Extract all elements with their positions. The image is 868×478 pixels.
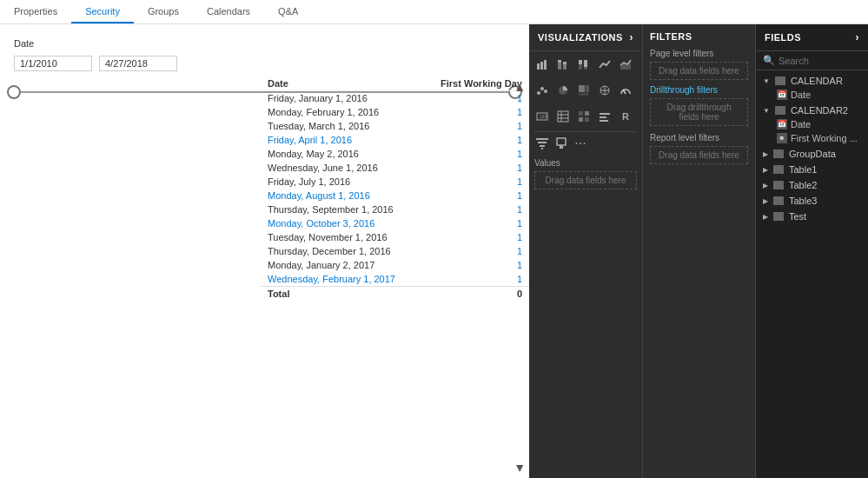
- viz-icon-dots[interactable]: ···: [573, 136, 588, 151]
- viz-icon-matrix[interactable]: [576, 109, 592, 124]
- chevron-icon: ▶: [763, 166, 768, 174]
- table-cell-date: Friday, April 1, 2016: [261, 133, 421, 147]
- field-group-header-test[interactable]: ▶Test: [756, 209, 868, 223]
- field-item-label: First Working ...: [791, 133, 858, 143]
- slider-thumb-left[interactable]: [7, 85, 21, 99]
- viz-icon-table[interactable]: [555, 109, 571, 124]
- table-cell-date: Tuesday, November 1, 2016: [261, 230, 421, 244]
- table-cell-value: 1: [421, 244, 529, 258]
- field-group-header-calendar[interactable]: ▼CALENDAR: [756, 74, 868, 88]
- table-cell-value: 1: [421, 189, 529, 202]
- table-row-total: Total0: [261, 287, 529, 302]
- viz-icon-slicer[interactable]: [597, 109, 613, 124]
- field-item-date[interactable]: 📅Date: [756, 117, 868, 131]
- calendar-icon: 📅: [777, 90, 787, 100]
- field-group-table2: ▶Table2: [756, 178, 868, 192]
- viz-icon-brush[interactable]: [553, 136, 569, 151]
- field-group-header-table2[interactable]: ▶Table2: [756, 178, 868, 192]
- viz-icon-scatter[interactable]: [534, 83, 550, 98]
- viz-icon-map[interactable]: [597, 83, 613, 98]
- viz-icon-pie[interactable]: [555, 83, 571, 98]
- viz-icon-stacked-bar[interactable]: [555, 56, 571, 72]
- table-cell-date: Monday, August 1, 2016: [261, 189, 421, 202]
- report-level-drop-zone[interactable]: Drag data fields here: [650, 146, 748, 164]
- viz-expand-icon[interactable]: ›: [630, 31, 634, 43]
- table-cell-date: Tuesday, March 1, 2016: [261, 119, 421, 133]
- scroll-up-arrow[interactable]: ▲: [514, 80, 526, 94]
- viz-icon-bar[interactable]: [534, 56, 550, 72]
- tab-groups[interactable]: Groups: [134, 0, 193, 23]
- table-row: Tuesday, March 1, 20161: [261, 119, 529, 133]
- svg-point-13: [540, 87, 544, 90]
- field-group-header-table1[interactable]: ▶Table1: [756, 163, 868, 176]
- fields-search-bar: 🔍: [756, 51, 868, 70]
- fields-header: FIELDS ›: [756, 24, 868, 51]
- svg-rect-6: [563, 62, 567, 64]
- table-cell-value: 1: [421, 147, 529, 161]
- search-input[interactable]: [779, 56, 861, 66]
- chevron-icon: ▶: [763, 182, 768, 189]
- svg-rect-3: [558, 63, 561, 70]
- svg-rect-4: [558, 60, 561, 63]
- svg-rect-10: [584, 60, 587, 67]
- viz-icon-gauge[interactable]: [618, 83, 633, 98]
- filters-panel: FILTERS Page level filters Drag data fie…: [642, 24, 755, 478]
- tab-properties[interactable]: Properties: [0, 0, 71, 23]
- viz-title: VISUALIZATIONS: [538, 32, 623, 43]
- date-end-input[interactable]: [99, 56, 177, 71]
- field-item-label: Date: [791, 90, 811, 100]
- svg-rect-16: [579, 85, 585, 92]
- table-row: Wednesday, June 1, 20161: [261, 161, 529, 175]
- left-panel: Date ▲ Date First Working Day: [0, 24, 529, 478]
- field-item-date[interactable]: 📅Date: [756, 88, 868, 102]
- table-cell-date: Friday, July 1, 2016: [261, 175, 421, 189]
- field-group-name: CALENDAR2: [791, 105, 848, 116]
- table-row: Monday, January 2, 20171: [261, 258, 529, 272]
- field-item-label: Date: [791, 119, 811, 129]
- field-item-first-working-...[interactable]: ■First Working ...: [756, 131, 868, 145]
- drillthrough-drop-zone[interactable]: Drag drillthrough fields here: [650, 98, 748, 126]
- field-group-header-groupdata[interactable]: ▶GroupData: [756, 147, 868, 161]
- data-table-container: ▲ Date First Working Day Friday, January…: [261, 76, 529, 478]
- field-group-name: GroupData: [789, 149, 836, 159]
- tab-security[interactable]: Security: [71, 0, 134, 23]
- fields-expand-icon[interactable]: ›: [856, 31, 860, 43]
- chevron-icon: ▶: [763, 150, 768, 158]
- table-cell-date: Monday, October 3, 2016: [261, 216, 421, 230]
- field-group-name: Table3: [789, 196, 817, 206]
- field-group-header-calendar2[interactable]: ▼CALENDAR2: [756, 103, 868, 117]
- viz-icons-row1: [529, 51, 642, 77]
- scroll-down-arrow[interactable]: ▼: [514, 461, 526, 475]
- table-cell-date: Monday, February 1, 2016: [261, 105, 421, 119]
- svg-rect-29: [579, 111, 583, 116]
- svg-rect-31: [579, 117, 583, 122]
- table-cell-date: Thursday, September 1, 2016: [261, 202, 421, 216]
- table-cell-value: 1: [421, 216, 529, 230]
- table-cell-value: 1: [421, 272, 529, 287]
- viz-icon-r[interactable]: R: [618, 109, 633, 124]
- table-cell-date: Wednesday, February 1, 2017: [261, 272, 421, 287]
- tab-calendars[interactable]: Calendars: [193, 0, 264, 23]
- date-start-input[interactable]: [14, 56, 92, 71]
- viz-icons-row2: [529, 77, 642, 103]
- table-row: Friday, April 1, 20161: [261, 133, 529, 147]
- page-level-drop-zone[interactable]: Drag data fields here: [650, 62, 748, 80]
- drillthrough-link[interactable]: Drillthrough filters: [650, 85, 748, 95]
- viz-header: VISUALIZATIONS ›: [529, 24, 642, 51]
- tab-qa[interactable]: Q&A: [264, 0, 312, 23]
- viz-icon-line[interactable]: [597, 56, 613, 72]
- svg-rect-30: [585, 111, 589, 116]
- field-group-table1: ▶Table1: [756, 163, 868, 176]
- table-icon: [773, 181, 784, 189]
- svg-rect-37: [538, 142, 547, 143]
- viz-icon-area[interactable]: [618, 56, 633, 72]
- viz-icon-100-bar[interactable]: [576, 56, 592, 72]
- viz-icon-treemap[interactable]: [576, 83, 592, 98]
- viz-icon-funnel[interactable]: [534, 136, 550, 151]
- date-range-inputs: [14, 56, 515, 71]
- table-row: Tuesday, November 1, 20161: [261, 230, 529, 244]
- viz-icon-card[interactable]: 123: [534, 109, 550, 124]
- field-group-header-table3[interactable]: ▶Table3: [756, 194, 868, 208]
- values-drop-zone[interactable]: Drag data fields here: [534, 171, 637, 189]
- svg-rect-2: [544, 60, 547, 70]
